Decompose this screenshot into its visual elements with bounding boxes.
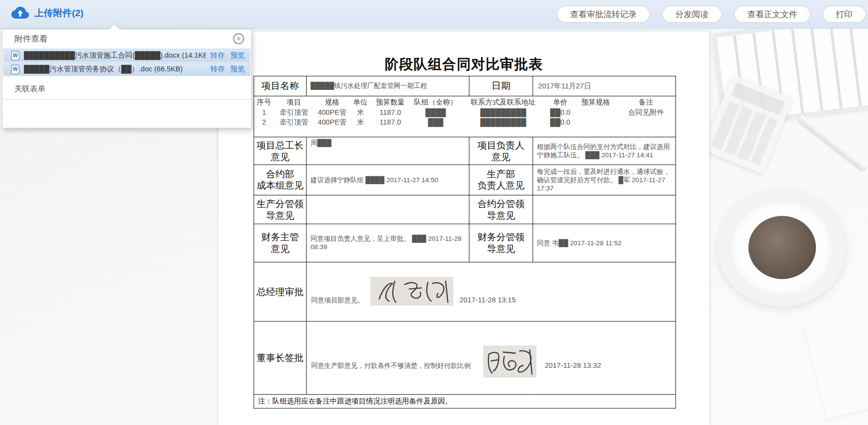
opinion-label: 生产部负责人意见	[469, 165, 532, 195]
label-line: 导意见	[487, 210, 515, 221]
cloud-upload-icon	[11, 6, 29, 20]
word-file-icon: W	[11, 64, 20, 74]
item-cell: 400PE管	[314, 117, 351, 127]
opinion-label: 合约分管领导意见	[469, 195, 532, 224]
opinion-value	[306, 195, 469, 224]
col-header: 序号	[254, 97, 274, 107]
label-line: 财务主管	[261, 232, 299, 243]
item-row: 1 牵引顶管 400PE管 米 1187.0 ████ █████████ ██…	[254, 107, 676, 117]
label-line: 生产部	[487, 169, 515, 180]
chairman-approval-row: 董事长签批 同意生产部意见，付款条件不够清楚，控制好付款比例 2017-11-2…	[254, 321, 676, 395]
attachment-actions: 转存 预览	[211, 64, 245, 74]
label-line: 合约分管领	[477, 198, 524, 209]
item-cell: ███	[410, 117, 461, 127]
gm-comment: 同意项目部意见。	[311, 296, 364, 304]
opinion-label: 生产分管领导意见	[254, 195, 307, 224]
opinion-value: 周███	[306, 137, 469, 165]
document-title: 阶段队组合同对比审批表	[219, 55, 709, 73]
item-cell: 2	[254, 117, 274, 127]
opinion-row: 合约部成本组意见 建议选择宁静队组 ████ 2017-11-27 14:50 …	[254, 165, 676, 195]
attachment-row[interactable]: W █████污水管顶管劳务协议（██）.doc (66.5KB) 转存 预览	[3, 63, 250, 76]
col-header: 预算规格	[575, 97, 616, 107]
opinion-value: 同意项目负责人意见，呈上审批。 ███ 2017-11-28 08:39	[306, 224, 469, 262]
project-name-value: █████镇污水处理厂配套管网一期工程	[306, 76, 469, 96]
date-label: 日期	[469, 76, 532, 96]
gm-timestamp: 2017-11-28 13:15	[460, 296, 516, 304]
opinion-label: 财务分管领导意见	[469, 224, 532, 262]
attachment-actions: 转存 预览	[211, 50, 245, 60]
gm-approval-label: 总经理审批	[254, 262, 307, 321]
print-button[interactable]: 打印	[823, 5, 866, 22]
opinion-value: 根据两个队伍合同的支付方式对比，建议选用宁静施工队伍。 ███ 2017-11-…	[533, 137, 676, 165]
label-line: 生产分管领	[256, 198, 303, 209]
opinion-value: 同意 韦██ 2017-11-28 11:52	[533, 224, 676, 262]
attachment-panel: 附件查看 ✕ W ██████████污水顶管施工合同(█████).docx …	[1, 29, 252, 128]
gm-approval-row: 总经理审批 同意项目部意见。 2017-11-28 13:15	[254, 262, 676, 321]
item-cell: █████████	[461, 117, 545, 127]
calculator-keys	[711, 101, 777, 166]
col-header: 队组（全称）	[410, 97, 461, 107]
label-line: 财务分管领	[477, 232, 524, 243]
chairman-comment: 同意生产部意见，付款条件不够清楚，控制好付款比例	[311, 361, 470, 369]
related-forms-label: 关联表单	[2, 81, 252, 100]
chairman-signature-image	[483, 345, 536, 378]
preview-link[interactable]: 预览	[230, 50, 244, 60]
word-file-icon: W	[11, 51, 20, 60]
pen-photo	[798, 115, 867, 170]
label-line: 意见	[271, 244, 290, 255]
col-header: 单价	[545, 97, 575, 107]
opinion-row: 财务主管意见 同意项目负责人意见，呈上审批。 ███ 2017-11-28 08…	[254, 224, 676, 262]
attachment-row[interactable]: W ██████████污水顶管施工合同(█████).docx (14.1KB…	[3, 49, 250, 62]
opinion-row: 生产分管领导意见 合约分管领导意见	[254, 195, 676, 224]
item-cell: ██0.0	[545, 107, 575, 117]
label-line: 项目总工长	[256, 140, 303, 150]
item-cell: ████	[410, 107, 461, 117]
document-page: 阶段队组合同对比审批表 项目名称 █████镇污水处理厂配套管网一期工程 日期 …	[219, 32, 709, 425]
footnote-text: 注：队组选用应在备注中跟进项目情况注明选用条件及原因。	[254, 394, 676, 408]
table-row: 项目名称 █████镇污水处理厂配套管网一期工程 日期 2017年11月27日	[254, 76, 676, 96]
table-row: 序号 项目 规格 单位 预算数量 队组（全称） 联系方式及联系地址 单价 预算规…	[254, 96, 676, 137]
item-cell: 1187.0	[370, 107, 410, 117]
opinion-row: 项目总工长意见 周███ 项目负责人意见 根据两个队伍合同的支付方式对比，建议选…	[254, 137, 676, 165]
chairman-approval-cell: 同意生产部意见，付款条件不够清楚，控制好付款比例 2017-11-28 13:3…	[306, 321, 676, 395]
col-header: 项目	[274, 97, 314, 107]
label-line: 意见	[271, 151, 290, 162]
opinion-label: 财务主管意见	[254, 224, 307, 262]
gm-signature-image	[370, 276, 453, 305]
close-icon[interactable]: ✕	[233, 33, 244, 44]
coffee-photo	[748, 216, 816, 279]
opinion-label: 项目总工长意见	[254, 137, 307, 165]
approval-table: 项目名称 █████镇污水处理厂配套管网一期工程 日期 2017年11月27日 …	[254, 76, 676, 408]
attachment-filename: █████污水管顶管劳务协议（██）.doc (66.5KB)	[24, 64, 206, 74]
chairman-timestamp: 2017-11-28 13:32	[545, 361, 601, 369]
footnote-row: 注：队组选用应在备注中跟进项目情况注明选用条件及原因。	[254, 394, 676, 408]
item-cell: 合同见附件	[616, 107, 676, 117]
item-cell: 牵引顶管	[274, 107, 314, 117]
item-cell	[616, 117, 676, 127]
opinion-value: 每完成一段后，要及时进行通水，通球试验，确认管道完好后方可付款。 █军 2017…	[533, 165, 676, 195]
distribute-read-button[interactable]: 分发阅读	[662, 5, 721, 22]
col-header: 规格	[314, 97, 351, 107]
gm-approval-cell: 同意项目部意见。 2017-11-28 13:15	[306, 262, 676, 321]
view-approval-log-button[interactable]: 查看审批流转记录	[557, 5, 650, 22]
date-value: 2017年11月27日	[533, 76, 676, 96]
col-header: 单位	[350, 97, 370, 107]
panel-title: 附件查看	[14, 34, 47, 44]
col-header: 预算数量	[370, 97, 410, 107]
opinion-value: 建议选择宁静队组 ████ 2017-11-27 14:50	[306, 165, 469, 195]
opinion-label: 合约部成本组意见	[254, 165, 307, 195]
save-as-link[interactable]: 转存	[211, 64, 225, 74]
label-line: 意见	[491, 151, 510, 162]
item-cell: █████████	[461, 107, 545, 117]
item-cell: 米	[350, 107, 370, 117]
upload-attachments-button[interactable]: 上传附件(2)	[11, 6, 84, 20]
view-main-file-button[interactable]: 查看正文文件	[734, 5, 810, 22]
save-as-link[interactable]: 转存	[211, 50, 225, 60]
items-table: 序号 项目 规格 单位 预算数量 队组（全称） 联系方式及联系地址 单价 预算规…	[254, 97, 676, 127]
paper-photo	[803, 301, 868, 419]
label-line: 导意见	[487, 244, 515, 255]
preview-link[interactable]: 预览	[230, 64, 244, 74]
app-viewport: 阶段队组合同对比审批表 项目名称 █████镇污水处理厂配套管网一期工程 日期 …	[0, 0, 868, 425]
col-header: 备注	[616, 97, 676, 107]
opinion-label: 项目负责人意见	[469, 137, 532, 165]
